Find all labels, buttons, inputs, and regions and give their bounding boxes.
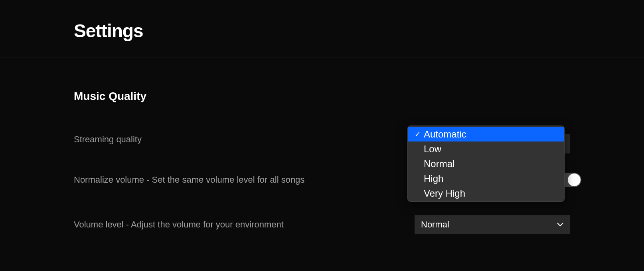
dropdown-option-automatic[interactable]: ✓ Automatic <box>408 127 564 141</box>
streaming-quality-label: Streaming quality <box>74 134 142 145</box>
settings-header: Settings <box>0 0 644 58</box>
settings-content: Music Quality Streaming quality ✓ Automa… <box>0 58 644 234</box>
toggle-knob <box>568 173 581 186</box>
streaming-quality-select-edge[interactable] <box>564 134 570 153</box>
dropdown-option-low[interactable]: Low <box>408 141 564 156</box>
section-title-music-quality: Music Quality <box>74 90 570 110</box>
volume-level-select[interactable]: Normal <box>415 215 570 234</box>
setting-row-streaming-quality: Streaming quality ✓ Automatic Low Normal… <box>74 134 570 145</box>
dropdown-option-label: Normal <box>424 158 454 169</box>
setting-row-volume-level: Volume level - Adjust the volume for you… <box>74 215 570 234</box>
dropdown-option-label: Low <box>424 143 441 155</box>
dropdown-option-label: Very High <box>424 188 465 199</box>
dropdown-option-high[interactable]: High <box>408 171 564 186</box>
streaming-quality-dropdown: ✓ Automatic Low Normal High Very High <box>407 126 565 202</box>
check-icon: ✓ <box>413 130 422 139</box>
chevron-down-icon <box>557 221 564 228</box>
page-title: Settings <box>74 20 644 42</box>
dropdown-option-very-high[interactable]: Very High <box>408 186 564 201</box>
normalize-volume-label: Normalize volume - Set the same volume l… <box>74 175 304 185</box>
dropdown-option-label: Automatic <box>424 129 466 140</box>
volume-level-label: Volume level - Adjust the volume for you… <box>74 219 284 230</box>
dropdown-option-normal[interactable]: Normal <box>408 156 564 171</box>
dropdown-option-label: High <box>424 173 443 184</box>
volume-level-value: Normal <box>421 219 449 230</box>
